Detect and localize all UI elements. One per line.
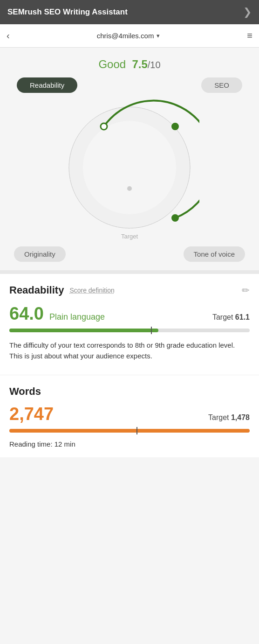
radar-chart <box>60 98 199 238</box>
tab-seo[interactable]: SEO <box>201 77 242 93</box>
words-progress-fill <box>9 429 250 433</box>
tab-readability[interactable]: Readability <box>17 77 77 93</box>
svg-point-9 <box>83 121 176 214</box>
sub-header: ‹ chris@4miles.com ▾ ≡ <box>0 24 259 48</box>
words-progress-marker <box>136 427 137 434</box>
score-section: Good 7.5/10 Readability SEO <box>0 48 259 93</box>
svg-point-11 <box>172 123 178 130</box>
svg-point-13 <box>127 186 132 191</box>
readability-target: Target 61.1 <box>212 313 250 322</box>
back-button[interactable]: ‹ <box>7 30 10 41</box>
words-title: Words <box>9 385 250 398</box>
words-section: Words 2,747 Target 1,478 Reading time: 1… <box>0 375 259 457</box>
radar-labels-row: Originality Tone of voice <box>0 244 259 270</box>
svg-point-12 <box>172 215 178 221</box>
words-score-row: 2,747 Target 1,478 <box>9 404 250 424</box>
readability-progress-fill <box>9 329 158 332</box>
readability-description: The difficulty of your text corresponds … <box>9 340 250 362</box>
readability-title: Readability <box>9 284 64 296</box>
readability-score-row: 64.0 Plain language Target 61.1 <box>9 304 250 324</box>
score-denom: /10 <box>148 60 161 70</box>
score-good-label: Good <box>98 58 126 70</box>
readability-score-value: 64.0 <box>9 304 44 324</box>
readability-progress-bar <box>9 329 250 332</box>
menu-icon[interactable]: ≡ <box>247 30 252 41</box>
tone-of-voice-label[interactable]: Tone of voice <box>184 246 245 262</box>
radar-section: Target Originality Tone of voice <box>0 93 259 270</box>
app-title: SEMrush SEO Writing Assistant <box>7 7 128 17</box>
edit-icon[interactable]: ✏ <box>242 285 250 296</box>
divider <box>0 270 259 274</box>
overall-score-text: Good 7.5/10 <box>7 58 252 71</box>
header-chevron-right-icon[interactable]: ❯ <box>243 6 252 18</box>
readability-section: Readability Score definition ✏ 64.0 Plai… <box>0 274 259 375</box>
email-area[interactable]: chris@4miles.com ▾ <box>97 32 160 40</box>
svg-point-10 <box>101 123 107 130</box>
chevron-down-icon: ▾ <box>157 32 160 39</box>
words-progress-bar <box>9 429 250 433</box>
reading-time: Reading time: 12 min <box>9 440 250 448</box>
readability-progress-marker <box>151 327 152 334</box>
score-definition-link[interactable]: Score definition <box>69 287 115 294</box>
words-score-value: 2,747 <box>9 404 54 424</box>
tabs-row: Readability SEO <box>7 71 252 93</box>
email-text: chris@4miles.com <box>97 32 154 40</box>
readability-score-label: Plain language <box>49 312 105 322</box>
originality-label[interactable]: Originality <box>14 246 66 262</box>
header-bar: SEMrush SEO Writing Assistant ❯ <box>0 0 259 24</box>
readability-title-row: Readability Score definition ✏ <box>9 284 250 296</box>
score-value: 7.5 <box>132 58 147 70</box>
words-target: Target 1,478 <box>208 413 250 422</box>
